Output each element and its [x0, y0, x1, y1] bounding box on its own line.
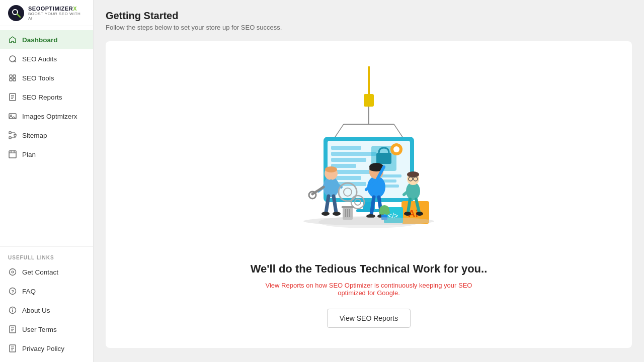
sidebar-item-dashboard[interactable]: Dashboard [0, 30, 93, 49]
sidebar-item-user-terms[interactable]: User Terms [0, 320, 93, 339]
page-subtitle: Follow the steps below to set your store… [106, 24, 632, 31]
card-description: View Reports on how SEO Optimizer is con… [258, 282, 479, 297]
home-icon [8, 35, 17, 44]
logo-area: SEOOPTIMIZERX BOOST YOUR SEO WITH AI [0, 0, 93, 26]
sidebar-item-privacy-policy[interactable]: Privacy Policy [0, 339, 93, 358]
sidebar-item-get-contact-label: Get Contact [22, 268, 58, 276]
sidebar-item-seo-audits[interactable]: SEO Audits [0, 49, 93, 68]
svg-text:?: ? [12, 289, 15, 294]
illustration: Ai </> [283, 61, 454, 252]
svg-rect-6 [10, 78, 12, 81]
card-description-highlight: Google. [377, 289, 400, 297]
tools-icon [8, 73, 17, 82]
svg-rect-15 [9, 137, 11, 139]
svg-point-26 [12, 271, 14, 273]
faq-icon: ? [8, 287, 17, 296]
svg-point-106 [407, 171, 419, 177]
svg-line-71 [312, 187, 324, 194]
svg-rect-51 [331, 158, 366, 162]
svg-point-75 [321, 212, 330, 216]
svg-point-59 [393, 146, 399, 152]
svg-rect-14 [9, 132, 11, 134]
svg-point-116 [303, 217, 434, 225]
card-description-text: View Reports on how SEO Optimizer is con… [266, 282, 472, 297]
logo-tagline: BOOST YOUR SEO WITH AI [28, 12, 85, 21]
sidebar-item-about-us[interactable]: About Us [0, 301, 93, 320]
sidebar-item-seo-tools-label: SEO Tools [22, 74, 54, 82]
privacy-icon [8, 344, 17, 353]
svg-line-74 [334, 196, 336, 212]
sidebar-item-faq[interactable]: ? FAQ [0, 282, 93, 301]
svg-point-103 [384, 210, 390, 215]
svg-rect-21 [9, 151, 16, 158]
svg-point-115 [416, 212, 423, 216]
plan-icon [8, 150, 17, 159]
sidebar-item-about-us-label: About Us [22, 307, 50, 314]
svg-rect-57 [376, 153, 391, 164]
svg-rect-64 [356, 209, 381, 212]
svg-point-31 [12, 308, 13, 309]
sidebar-item-privacy-policy-label: Privacy Policy [22, 345, 64, 352]
svg-point-25 [10, 269, 16, 276]
card-heading: We'll do the Tedious Technical Work for … [251, 262, 488, 276]
sidebar: SEOOPTIMIZERX BOOST YOUR SEO WITH AI Das… [0, 0, 94, 362]
sidebar-item-sitemap-label: Sitemap [22, 132, 47, 139]
sidebar-item-faq-label: FAQ [22, 288, 36, 295]
sitemap-icon [8, 131, 17, 140]
svg-line-1 [17, 14, 20, 17]
svg-line-73 [326, 196, 329, 212]
useful-links-section: USEFULL LINKS Get Contact ? FAQ [0, 246, 93, 362]
terms-icon [8, 325, 17, 334]
audit-icon [8, 54, 17, 63]
sidebar-item-get-contact[interactable]: Get Contact [0, 262, 93, 282]
main-content: Getting Started Follow the steps below t… [94, 0, 644, 362]
svg-point-114 [404, 212, 411, 216]
sidebar-item-seo-reports[interactable]: SEO Reports [0, 87, 93, 107]
svg-point-76 [333, 212, 341, 216]
contact-icon [8, 267, 17, 277]
svg-point-68 [325, 166, 337, 172]
useful-links-label: USEFULL LINKS [0, 251, 93, 262]
sidebar-item-sitemap[interactable]: Sitemap [0, 126, 93, 145]
svg-line-112 [408, 199, 410, 212]
sidebar-item-seo-tools[interactable]: SEO Tools [0, 68, 93, 87]
logo-icon [8, 5, 24, 21]
svg-rect-50 [331, 152, 376, 156]
svg-rect-82 [342, 206, 354, 208]
logo-text: SEOOPTIMIZERX BOOST YOUR SEO WITH AI [28, 6, 85, 21]
svg-rect-4 [10, 75, 12, 77]
svg-rect-41 [364, 94, 374, 107]
svg-line-92 [371, 197, 374, 215]
page-title: Getting Started [106, 10, 632, 22]
nav-section: Dashboard SEO Audits SEO Tools [0, 26, 93, 246]
sidebar-item-seo-reports-label: SEO Reports [22, 94, 62, 101]
svg-rect-5 [13, 75, 16, 77]
sidebar-item-images-optimizerx[interactable]: Images Optmizerx [0, 107, 93, 126]
sidebar-item-plan-label: Plan [22, 151, 36, 158]
logo-name: SEOOPTIMIZERX [28, 6, 85, 12]
sidebar-item-seo-audits-label: SEO Audits [22, 55, 57, 63]
svg-rect-49 [331, 146, 361, 150]
reports-icon [8, 93, 17, 102]
view-seo-reports-button[interactable]: View SEO Reports [327, 309, 411, 328]
image-icon [8, 112, 17, 121]
svg-rect-7 [13, 78, 16, 81]
getting-started-card: Ai </> [106, 41, 632, 348]
about-icon [8, 306, 17, 315]
sidebar-item-user-terms-label: User Terms [22, 326, 57, 333]
sidebar-item-plan[interactable]: Plan [0, 145, 93, 164]
sidebar-item-dashboard-label: Dashboard [22, 36, 58, 44]
sidebar-item-images-label: Images Optmizerx [22, 113, 77, 120]
